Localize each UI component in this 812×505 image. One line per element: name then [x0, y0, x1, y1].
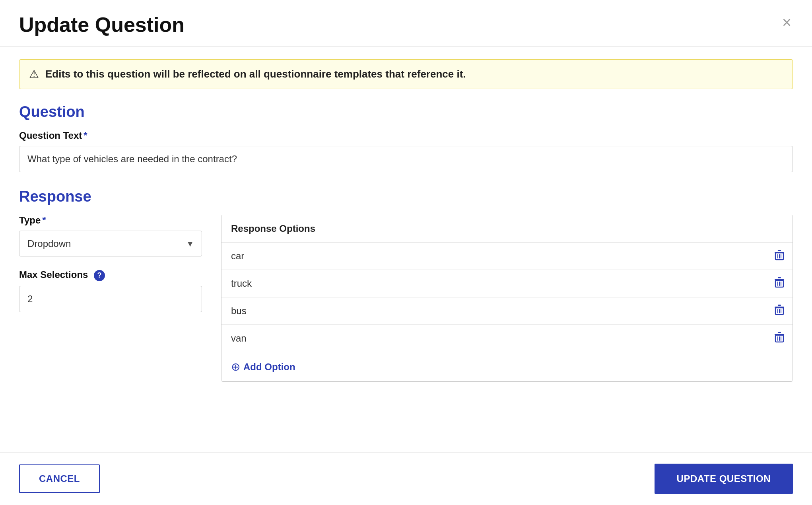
option-input-truck[interactable] [221, 270, 766, 297]
option-row-bus [221, 297, 793, 325]
type-select-wrapper: Dropdown Text Multiple Choice Checkbox ▼ [19, 231, 202, 256]
type-select[interactable]: Dropdown Text Multiple Choice Checkbox [19, 231, 202, 256]
max-selections-input[interactable] [19, 286, 202, 312]
type-label: Type* [19, 215, 202, 226]
option-row-car [221, 243, 793, 270]
add-option-button[interactable]: ⊕ Add Option [231, 360, 295, 373]
response-options-panel-container: Response Options [221, 215, 793, 382]
question-section-heading: Question [19, 103, 793, 120]
option-input-car[interactable] [221, 243, 766, 270]
required-star: * [84, 130, 87, 141]
help-icon[interactable]: ? [94, 270, 105, 281]
cancel-button[interactable]: CANCEL [19, 464, 100, 493]
response-row: Type* Dropdown Text Multiple Choice Chec… [19, 215, 793, 382]
add-option-label: Add Option [243, 361, 295, 373]
add-option-row: ⊕ Add Option [221, 352, 793, 381]
question-text-input[interactable] [19, 146, 793, 172]
svg-rect-13 [778, 305, 781, 306]
response-options-header: Response Options [221, 215, 793, 243]
option-row-van [221, 325, 793, 352]
warning-icon: ⚠ [29, 68, 39, 81]
delete-option-car-button[interactable] [766, 243, 793, 270]
update-question-button[interactable]: UPDATE QUESTION [655, 464, 793, 494]
modal-header: Update Question × [0, 0, 812, 47]
warning-text: Edits to this question will be reflected… [45, 68, 466, 80]
question-text-label: Question Text* [19, 130, 793, 141]
modal-body: ⚠ Edits to this question will be reflect… [0, 47, 812, 452]
close-button[interactable]: × [781, 13, 793, 32]
trash-icon [774, 277, 785, 291]
update-question-modal: Update Question × ⚠ Edits to this questi… [0, 0, 812, 505]
trash-icon [774, 249, 785, 263]
trash-icon [774, 304, 785, 318]
option-input-bus[interactable] [221, 297, 766, 324]
svg-rect-1 [778, 250, 781, 251]
option-row-truck [221, 270, 793, 297]
warning-banner: ⚠ Edits to this question will be reflect… [19, 59, 793, 89]
add-circle-icon: ⊕ [231, 360, 240, 373]
response-section-heading: Response [19, 188, 793, 205]
response-left-col: Type* Dropdown Text Multiple Choice Chec… [19, 215, 202, 312]
modal-title: Update Question [19, 13, 185, 37]
trash-icon [774, 332, 785, 346]
option-input-van[interactable] [221, 325, 766, 352]
response-section: Response Type* Dropdown Text Multiple Ch… [19, 188, 793, 382]
modal-footer: CANCEL UPDATE QUESTION [0, 452, 812, 505]
max-selections-label: Max Selections ? [19, 269, 202, 281]
svg-rect-7 [778, 277, 781, 278]
response-options-panel: Response Options [221, 215, 793, 382]
delete-option-van-button[interactable] [766, 325, 793, 352]
delete-option-truck-button[interactable] [766, 270, 793, 297]
svg-rect-19 [778, 332, 781, 333]
question-section: Question Question Text* [19, 103, 793, 185]
delete-option-bus-button[interactable] [766, 298, 793, 324]
